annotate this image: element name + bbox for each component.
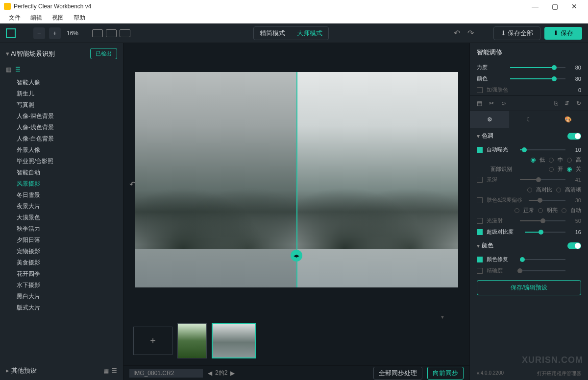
tone-section-header[interactable]: 色调	[470, 128, 588, 144]
preset-item[interactable]: 人像-深色背景	[11, 111, 123, 122]
preset-item[interactable]: 水下摄影	[11, 280, 123, 291]
depth-slider[interactable]: 景深 41	[470, 174, 588, 185]
paste-icon[interactable]: ⇵	[564, 100, 569, 107]
sync-forward-button[interactable]: 向前同步	[427, 367, 464, 380]
window-titlebar: Perfectly Clear Workbench v4 — ▢ ✕	[0, 0, 588, 13]
radio-face-off[interactable]	[567, 167, 572, 172]
view-single-icon[interactable]	[92, 29, 103, 37]
save-preset-button[interactable]: 保存/编辑预设	[477, 280, 581, 295]
depth-checkbox[interactable]	[477, 177, 483, 183]
image-preview[interactable]: ◂▸	[135, 72, 458, 287]
preset-item[interactable]: 写真照	[11, 99, 123, 111]
view-split-icon[interactable]	[106, 29, 117, 37]
preset-item[interactable]: 版式大片	[11, 302, 123, 313]
histogram-icon[interactable]: ▤	[477, 100, 482, 107]
accuracy-slider[interactable]: 精确度	[470, 265, 588, 276]
color-restore-slider[interactable]: 颜色修复	[470, 254, 588, 265]
other-presets-title[interactable]: 其他预设	[6, 366, 103, 375]
auto-exposure-slider[interactable]: 自动曝光 10	[470, 144, 588, 155]
skin-depth-checkbox[interactable]	[477, 197, 483, 203]
color-slider[interactable]: 颜色 80	[470, 73, 588, 84]
page-prev-icon[interactable]: ◀	[208, 370, 212, 377]
preset-item[interactable]: 智能自动	[11, 167, 123, 178]
radio-auto[interactable]	[562, 208, 566, 213]
maximize-button[interactable]: ▢	[545, 2, 564, 10]
super-contrast-checkbox[interactable]	[477, 229, 483, 235]
preset-item[interactable]: 人像-白色背景	[11, 133, 123, 144]
radio-mid[interactable]	[549, 158, 554, 163]
radio-face-on[interactable]	[549, 167, 554, 172]
radio-high[interactable]	[567, 158, 572, 163]
menu-file[interactable]: 文件	[4, 13, 25, 23]
thumbnail-2[interactable]	[212, 323, 256, 358]
preset-item[interactable]: 人像-浅色背景	[11, 122, 123, 133]
preset-item[interactable]: 花开四季	[11, 268, 123, 280]
open-manager-link[interactable]: 打开应用程序管理器	[537, 370, 581, 377]
preset-item[interactable]: 外景人像	[11, 144, 123, 156]
preset-item[interactable]: 美食摄影	[11, 257, 123, 268]
super-contrast-slider[interactable]: 超级对比度 16	[470, 226, 588, 238]
radio-normal[interactable]	[514, 208, 519, 213]
color-restore-checkbox[interactable]	[477, 257, 483, 262]
preset-item[interactable]: 宠物摄影	[11, 246, 123, 257]
menu-edit[interactable]: 编辑	[25, 13, 47, 23]
preset-item[interactable]: 新生儿	[11, 88, 123, 99]
face-icon[interactable]: ☺	[501, 100, 507, 107]
skin-depth-slider[interactable]: 肤色&深度偏移 30	[470, 194, 588, 206]
tone-toggle[interactable]	[567, 133, 581, 140]
redo-icon[interactable]: ↷	[466, 28, 476, 38]
tab-sliders-icon[interactable]: ⚙	[470, 111, 509, 128]
preset-list-view-icon[interactable]: ☰	[15, 66, 21, 73]
mode-master-button[interactable]: 大师模式	[291, 27, 328, 40]
auto-exposure-checkbox[interactable]	[477, 147, 483, 153]
other-list-view-icon[interactable]: ☰	[112, 367, 117, 374]
radio-highcontrast[interactable]	[527, 188, 532, 192]
undo-icon[interactable]: ↶	[452, 28, 462, 38]
color-section-header[interactable]: 颜色	[470, 238, 588, 254]
preset-item[interactable]: 冬日雪景	[11, 190, 123, 201]
preset-item[interactable]: 夜景大片	[11, 201, 123, 212]
strength-slider[interactable]: 力度 80	[470, 62, 588, 73]
page-next-icon[interactable]: ▶	[230, 370, 235, 377]
zoom-out-button[interactable]: −	[33, 27, 45, 39]
tab-palette-icon[interactable]: 🎨	[549, 111, 588, 128]
accuracy-checkbox[interactable]	[477, 268, 483, 274]
preset-item[interactable]: 毕业照/合影照	[11, 156, 123, 167]
minimize-button[interactable]: —	[525, 2, 545, 10]
save-button[interactable]: ⬇ 保存	[544, 27, 582, 40]
crop-icon[interactable]: ✂	[489, 100, 494, 107]
compare-handle-icon[interactable]: ◂▸	[291, 250, 302, 261]
add-image-button[interactable]: +	[133, 327, 172, 355]
close-button[interactable]: ✕	[564, 2, 584, 10]
enhance-skin-row[interactable]: 加强肤色 0	[470, 84, 588, 95]
other-grid-view-icon[interactable]: ▦	[103, 367, 109, 374]
menu-view[interactable]: 视图	[47, 13, 69, 23]
reset-icon[interactable]: ↻	[576, 100, 581, 107]
color-toggle[interactable]	[567, 242, 581, 249]
preset-item[interactable]: 秋季活力	[11, 223, 123, 235]
enhance-skin-checkbox[interactable]	[477, 87, 483, 93]
preset-grid-view-icon[interactable]: ▦	[6, 66, 11, 73]
preset-item[interactable]: 风景摄影	[11, 178, 123, 190]
sync-all-button[interactable]: 全部同步处理	[373, 367, 422, 380]
view-compare-icon[interactable]	[120, 29, 130, 37]
radio-highclear[interactable]	[556, 188, 561, 192]
crop-tool-icon[interactable]	[6, 28, 16, 38]
radio-low[interactable]	[531, 158, 536, 163]
preset-item[interactable]: 大漠景色	[11, 212, 123, 223]
radio-bright[interactable]	[538, 208, 543, 213]
save-all-button[interactable]: ⬇ 保存全部	[493, 26, 541, 40]
preset-item[interactable]: 黑白大片	[11, 291, 123, 302]
thumbnail-1[interactable]	[177, 323, 207, 358]
tab-moon-icon[interactable]: ☾	[509, 111, 548, 128]
zoom-in-button[interactable]: +	[49, 27, 61, 39]
diffuse-checkbox[interactable]	[477, 218, 483, 224]
preset-item[interactable]: 夕阳日落	[11, 235, 123, 246]
preset-item[interactable]: 智能人像	[11, 77, 123, 88]
copy-icon[interactable]: ⎘	[554, 100, 558, 107]
menu-help[interactable]: 帮助	[69, 13, 90, 23]
detect-button[interactable]: 已检出	[90, 48, 117, 59]
diffuse-slider[interactable]: 光漫射 50	[470, 215, 588, 226]
center-panel: ↶ ◂▸ + IMG_0801.CR2 ◀ 2的2 ▶ 全部同步处理 向前同步	[123, 43, 469, 380]
mode-simple-button[interactable]: 精简模式	[254, 27, 291, 40]
